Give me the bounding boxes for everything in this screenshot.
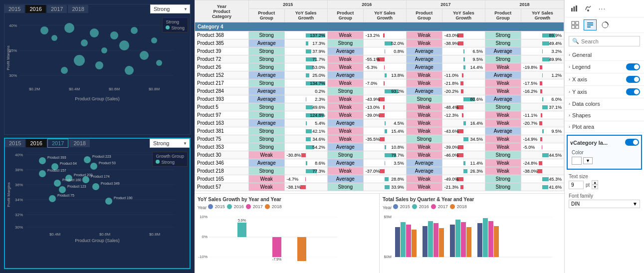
- yoy-chart: YoY Sales Growth by Year and Year Year 2…: [195, 194, 379, 273]
- col-2015: 2015: [248, 0, 327, 9]
- svg-rect-99: [571, 8, 573, 11]
- more-icon-btn[interactable]: ···: [597, 3, 608, 14]
- bottom-year-2017[interactable]: 2017: [47, 139, 68, 148]
- top-dropdown[interactable]: Strong ▼: [150, 4, 190, 13]
- table-row: Product 284Average0.2%Strong93.2%Average…: [195, 87, 564, 95]
- svg-rect-105: [572, 25, 575, 28]
- svg-text:$0.4M: $0.4M: [69, 87, 80, 91]
- datacolors-section: › Data colors: [565, 98, 644, 110]
- category-label-toggle-knob: [633, 140, 638, 145]
- svg-point-11: [51, 35, 57, 41]
- general-chevron-icon: ›: [569, 52, 570, 57]
- table-row: Product 26Strong53.0%Weak-5.3%Average14.…: [195, 63, 564, 71]
- bottom-dropdown[interactable]: Strong ▼: [150, 139, 190, 148]
- search-box: 🔍: [569, 36, 640, 46]
- svg-text:Product 393: Product 393: [47, 156, 66, 159]
- svg-text:-11.6%: -11.6%: [296, 262, 307, 262]
- legend-section-header[interactable]: › Legend: [565, 61, 644, 73]
- format-active-icon: [586, 21, 594, 29]
- xaxis-toggle-switch[interactable]: [626, 76, 640, 83]
- svg-point-64: [105, 198, 112, 205]
- svg-rect-91: [450, 225, 455, 257]
- shapes-section-header[interactable]: › Shapes: [565, 110, 644, 121]
- col-2018-yoy: YoY SalesGrowth: [521, 9, 564, 22]
- top-year-2015[interactable]: 2015: [4, 5, 24, 13]
- svg-point-23: [61, 67, 68, 74]
- general-format-icon[interactable]: [569, 19, 582, 30]
- table-row: Product 217Strong134.7%Weak-7.0%Weak-21.…: [195, 79, 564, 87]
- total-legend-2017: [431, 204, 436, 209]
- text-size-up-btn[interactable]: ▲: [592, 180, 598, 185]
- svg-rect-96: [483, 218, 488, 257]
- category-label-toggle-switch[interactable]: [625, 139, 639, 146]
- data-table-wrapper[interactable]: YearProductCategory 2015 2016 2017 2018 …: [195, 0, 564, 193]
- svg-point-56: [82, 176, 89, 183]
- table-row: Product 5Strong49.6%Weak-13.0%Weak-48.4%…: [195, 103, 564, 111]
- bottom-charts: YoY Sales Growth by Year and Year Year 2…: [195, 193, 564, 273]
- svg-text:$0.8M: $0.8M: [149, 232, 161, 237]
- text-size-unit: pt: [586, 182, 590, 188]
- yoy-bar-area: 10% 0% -10% 5.9% -7.9%: [198, 212, 376, 262]
- xaxis-section-header[interactable]: › X axis: [565, 73, 644, 85]
- svg-point-24: [125, 66, 134, 75]
- font-select[interactable]: DIN ▼: [569, 200, 640, 208]
- svg-point-16: [110, 31, 118, 39]
- font-family-label: Font family: [569, 193, 640, 199]
- active-format-icon[interactable]: [584, 19, 597, 30]
- color-swatch[interactable]: [572, 157, 582, 165]
- color-dropdown-btn[interactable]: ▼: [583, 157, 593, 164]
- bottom-year-2018[interactable]: 2018: [69, 139, 89, 147]
- legend-label: Legend: [572, 64, 591, 70]
- table-row: Product 39Strong37.9%Average0.8%Average6…: [195, 47, 564, 55]
- svg-rect-84: [401, 222, 406, 257]
- top-year-2016[interactable]: 2016: [25, 5, 45, 13]
- svg-rect-90: [439, 228, 444, 257]
- general-section-header[interactable]: › General: [565, 49, 644, 60]
- plotarea-section-header[interactable]: › Plot area: [565, 121, 644, 132]
- col-product-category: YearProductCategory: [195, 0, 249, 22]
- svg-text:Product 174: Product 174: [91, 175, 110, 178]
- svg-point-48: [90, 163, 97, 170]
- legend-toggle-switch[interactable]: [626, 63, 640, 70]
- search-input[interactable]: [581, 38, 637, 44]
- yaxis-toggle-switch[interactable]: [626, 88, 640, 95]
- svg-text:$0M: $0M: [384, 255, 392, 259]
- top-year-2017[interactable]: 2017: [47, 5, 67, 13]
- datacolors-chevron-icon: ›: [569, 101, 570, 106]
- svg-text:-10%: -10%: [198, 255, 208, 259]
- yaxis-section-header[interactable]: › Y axis: [565, 86, 644, 98]
- shapes-section: › Shapes: [565, 110, 644, 121]
- svg-text:Product 123: Product 123: [67, 185, 86, 188]
- datacolors-section-header[interactable]: › Data colors: [565, 98, 644, 109]
- svg-rect-103: [572, 21, 575, 24]
- col-2017-yoy: YoY SalesGrowth: [442, 9, 485, 22]
- svg-text:Product 349: Product 349: [101, 182, 120, 185]
- analytics-format-icon[interactable]: [599, 19, 612, 30]
- total-legend-2015: [393, 204, 398, 209]
- svg-point-17: [119, 40, 129, 50]
- xaxis-toggle: [626, 76, 640, 83]
- svg-text:Product 64: Product 64: [60, 162, 77, 165]
- category-label-toggle: [625, 139, 639, 147]
- legend-chevron-icon: ›: [569, 64, 570, 69]
- table-row: Product 163Average5.4%Average4.5%Weak16.…: [195, 119, 564, 127]
- svg-text:40%: 40%: [15, 153, 23, 157]
- text-size-value[interactable]: [569, 181, 584, 189]
- svg-rect-75: [272, 237, 281, 257]
- top-year-2018[interactable]: 2018: [68, 5, 88, 13]
- bottom-year-2016[interactable]: 2016: [26, 139, 46, 147]
- svg-point-15: [101, 47, 107, 53]
- text-size-down-btn[interactable]: ▼: [592, 185, 598, 189]
- legend-title: Strong: [166, 19, 185, 24]
- table-row: Product 346Average8.6%Average3.5%Average…: [195, 159, 564, 167]
- data-table: YearProductCategory 2015 2016 2017 2018 …: [195, 0, 564, 191]
- yoy-chart-subtitle: Year 2015 2016 2017 2018: [198, 204, 376, 210]
- col-2018-product-group: ProductGroup: [485, 9, 521, 22]
- col-2015-product-group: ProductGroup: [248, 9, 284, 22]
- svg-text:Profit Margins: Profit Margins: [6, 45, 10, 70]
- format-icon-btn[interactable]: [583, 3, 594, 14]
- bottom-year-2015[interactable]: 2015: [5, 139, 25, 147]
- svg-text:-7.9%: -7.9%: [272, 258, 281, 261]
- legend-2015: [208, 204, 213, 209]
- visualizations-icon-btn[interactable]: [569, 3, 580, 14]
